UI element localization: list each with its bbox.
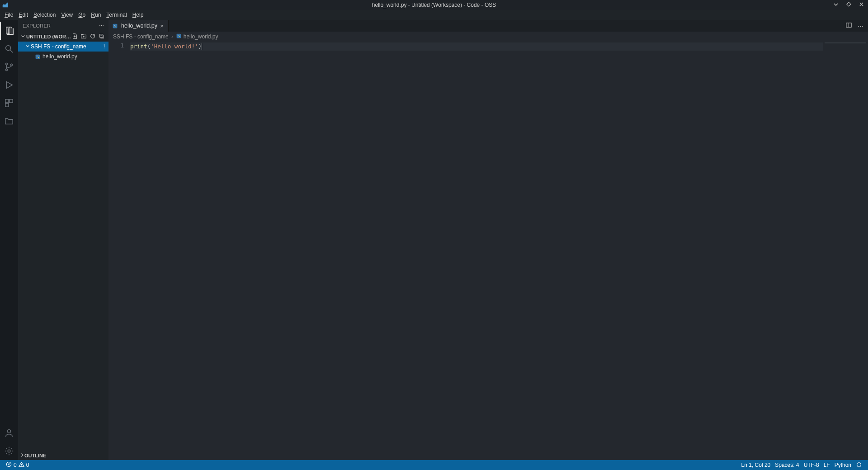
tree-folder-sshfs[interactable]: SSH FS - config_name ! [18,42,108,52]
tree-folder-label: SSH FS - config_name [31,43,104,50]
tab-hello-world[interactable]: hello_world.py × [108,20,169,32]
menu-help[interactable]: Help [130,12,146,18]
minimap-line [825,42,866,43]
menu-run[interactable]: Run [88,12,104,18]
code-content[interactable]: print('Hello world!') [130,42,868,460]
activity-debug[interactable] [0,76,18,94]
svg-point-24 [21,465,22,466]
menu-edit[interactable]: Edit [16,12,31,18]
svg-point-15 [114,25,115,26]
activity-search[interactable] [0,40,18,58]
svg-point-4 [10,64,12,66]
activity-explorer[interactable] [0,22,18,40]
editor-body[interactable]: 1 print('Hello world!') [108,42,868,460]
svg-point-13 [38,57,39,58]
menu-go[interactable]: Go [75,12,88,18]
svg-point-20 [178,35,179,36]
token-string: 'Hello world!' [151,43,198,50]
token-close-paren: ) [198,43,202,50]
svg-rect-7 [5,103,9,107]
editor-area: hello_world.py × ⋯ SSH FS - config_name … [108,20,868,460]
breadcrumb-separator: › [171,33,173,40]
chevron-down-icon [20,34,26,39]
status-indentation[interactable]: Spaces: 4 [773,462,801,468]
svg-point-3 [5,69,7,70]
maximize-icon[interactable] [845,2,852,9]
sidebar-title: EXPLORER ⋯ [18,20,108,32]
svg-rect-5 [5,99,9,103]
main-region: EXPLORER ⋯ UNTITLED (WORKSP… [0,20,868,460]
breadcrumb-file[interactable]: hello_world.py [176,33,218,40]
svg-point-12 [37,56,38,56]
chevron-right-icon [20,453,24,458]
sidebar-more-icon[interactable]: ⋯ [99,23,104,29]
extensions-icon [4,98,14,108]
new-folder-icon[interactable] [80,33,87,40]
gear-icon [4,446,14,456]
split-editor-icon[interactable] [845,22,852,30]
close-icon[interactable] [858,2,864,9]
tree-file-hello-world[interactable]: hello_world.py [18,52,108,61]
python-file-icon [176,33,182,40]
svg-rect-14 [113,24,118,28]
branch-icon [4,62,14,72]
refresh-icon[interactable] [90,33,96,40]
menu-terminal[interactable]: Terminal [104,12,129,18]
account-icon [4,428,14,438]
tab-label: hello_world.py [121,23,157,29]
tab-close-icon[interactable]: × [160,23,164,29]
code-line-1: print('Hello world!') [130,42,868,51]
collapse-all-icon[interactable] [99,33,105,40]
svg-point-8 [7,430,10,433]
activity-settings[interactable] [0,442,18,460]
titlebar: hello_world.py - Untitled (Workspace) - … [0,0,868,10]
minimap[interactable] [823,42,868,460]
activity-sshfs[interactable] [0,112,18,130]
outline-section-header[interactable]: OUTLINE [18,450,108,460]
svg-point-16 [115,26,116,27]
window-title: hello_world.py - Untitled (Workspace) - … [0,2,868,8]
app-icon [0,2,10,8]
activity-scm[interactable] [0,58,18,76]
statusbar: 0 0 Ln 1, Col 20 Spaces: 4 UTF-8 LF Pyth… [0,460,868,470]
breadcrumb-folder[interactable]: SSH FS - config_name [113,33,169,40]
workspace-actions [71,33,107,40]
activity-accounts[interactable] [0,424,18,442]
chevron-down-icon [24,44,31,49]
chevron-down-icon[interactable] [833,2,839,9]
python-file-icon [112,23,118,29]
menu-file[interactable]: FFileile [2,12,16,18]
svg-rect-19 [176,34,181,38]
breadcrumb: SSH FS - config_name › hello_world.py [108,32,868,42]
workspace-section-header[interactable]: UNTITLED (WORKSP… [18,32,108,42]
menu-selection[interactable]: Selection [31,12,58,18]
tree-folder-badge: ! [104,43,108,50]
status-language[interactable]: Python [832,462,854,468]
line-number: 1 [108,42,124,49]
status-feedback-icon[interactable] [854,462,864,468]
svg-line-1 [10,50,13,53]
status-cursor-position[interactable]: Ln 1, Col 20 [739,462,773,468]
workspace-label: UNTITLED (WORKSP… [26,34,71,39]
sidebar-title-label: EXPLORER [23,23,51,28]
outline-label: OUTLINE [24,453,46,458]
svg-point-9 [8,450,10,452]
menubar: FFileile Edit Selection View Go Run Term… [0,10,868,20]
app-root: hello_world.py - Untitled (Workspace) - … [0,0,868,470]
status-problems[interactable]: 0 0 [4,461,31,469]
debug-icon [4,80,14,90]
breadcrumb-file-label: hello_world.py [184,33,218,40]
editor-more-icon[interactable]: ⋯ [858,23,863,29]
activity-extensions[interactable] [0,94,18,112]
menu-view[interactable]: View [58,12,75,18]
tree-file-label: hello_world.py [42,53,77,60]
status-eol[interactable]: LF [821,462,832,468]
warning-icon [19,461,24,469]
svg-rect-6 [9,99,13,103]
tab-actions: ⋯ [845,20,868,32]
tabbar: hello_world.py × ⋯ [108,20,868,32]
status-encoding[interactable]: UTF-8 [802,462,821,468]
token-func: print [130,43,147,50]
new-file-icon[interactable] [71,33,78,40]
breadcrumb-folder-label: SSH FS - config_name [113,33,169,40]
